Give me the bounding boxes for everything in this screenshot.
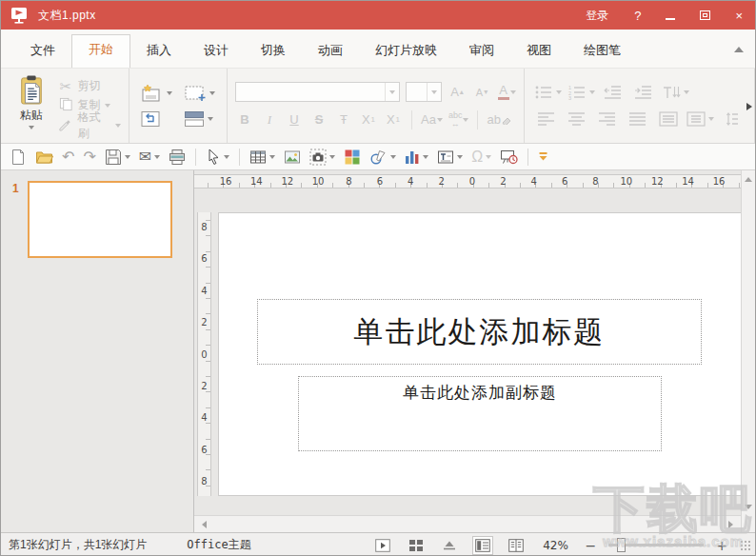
font-color-dropdown-icon[interactable] (510, 90, 516, 94)
close-button[interactable]: × (723, 1, 755, 30)
change-case-dropdown-icon[interactable] (437, 118, 443, 122)
underline-button[interactable]: U (285, 110, 304, 129)
scroll-left-icon[interactable] (202, 521, 207, 528)
superscript-button[interactable]: X1 (384, 110, 403, 129)
font-name-dropdown-icon[interactable] (389, 90, 395, 94)
tab-file[interactable]: 文件 (14, 35, 71, 68)
save-dropdown-icon[interactable] (125, 155, 130, 159)
new-document-button[interactable] (9, 146, 28, 169)
bullets-button[interactable] (534, 83, 562, 102)
tab-insert[interactable]: 插入 (130, 35, 188, 68)
bold-button[interactable]: B (235, 110, 254, 129)
insert-symbol-button[interactable]: Ω (470, 146, 492, 169)
collapse-ribbon-icon[interactable] (734, 47, 744, 52)
restore-button[interactable] (687, 1, 723, 30)
font-size-dropdown-icon[interactable] (431, 90, 437, 94)
help-button[interactable]: ? (622, 1, 653, 30)
line-spacing-dropdown-icon[interactable] (708, 117, 714, 121)
title-placeholder[interactable]: 单击此处添加标题 (257, 299, 702, 365)
character-spacing-button[interactable]: abc ↔ (448, 110, 469, 129)
shapes-button[interactable] (368, 146, 397, 169)
tab-slideshow[interactable]: 幻灯片放映 (359, 35, 453, 68)
strikethrough-button[interactable]: S (309, 110, 328, 129)
open-file-button[interactable] (34, 146, 54, 169)
text-direction-button[interactable] (662, 83, 689, 102)
font-size-combo[interactable] (406, 82, 442, 102)
zoom-slider[interactable] (608, 544, 704, 546)
scroll-up-icon[interactable] (745, 177, 752, 182)
new-slide-dropdown-icon[interactable] (167, 91, 172, 95)
text-direction-dropdown-icon[interactable] (684, 90, 689, 94)
tab-view[interactable]: 视图 (510, 35, 567, 68)
change-case-button[interactable]: Aa (421, 110, 443, 129)
insert-chart-dropdown-icon[interactable] (423, 155, 428, 159)
screenshot-button[interactable] (308, 146, 336, 169)
subscript-button[interactable]: X1 (359, 110, 378, 129)
minimize-button[interactable] (653, 1, 687, 30)
scroll-down-icon[interactable] (745, 505, 752, 509)
decrease-indent-button[interactable] (601, 83, 626, 102)
section-button[interactable] (184, 110, 215, 128)
shrink-font-button[interactable]: A ▾ (472, 83, 491, 102)
subtitle-placeholder[interactable]: 单击此处添加副标题 (298, 376, 662, 451)
align-center-button[interactable] (565, 109, 589, 129)
slideshow-play-button[interactable] (372, 536, 393, 555)
screenshot-dropdown-icon[interactable] (329, 155, 335, 159)
grow-font-button[interactable]: A ▴ (448, 83, 467, 102)
bullets-dropdown-icon[interactable] (556, 90, 562, 94)
insert-table-button[interactable] (249, 146, 276, 169)
slide-layout-dropdown-icon[interactable] (209, 91, 215, 95)
italic-button[interactable]: I (260, 110, 279, 129)
align-right-button[interactable] (595, 109, 620, 129)
character-strike-button[interactable]: Ŧ (334, 110, 353, 129)
photo-album-button[interactable] (343, 146, 362, 169)
text-box-dropdown-icon[interactable] (457, 155, 463, 159)
horizontal-scrollbar[interactable] (194, 515, 741, 532)
reset-slide-button[interactable] (141, 110, 172, 128)
character-spacing-dropdown-icon[interactable] (463, 118, 468, 122)
zoom-in-button[interactable]: + (716, 538, 727, 553)
cut-button[interactable]: ✂ 剪切 (58, 76, 121, 96)
justify-button[interactable] (626, 109, 650, 129)
scroll-right-icon[interactable] (728, 521, 733, 528)
format-painter-dropdown-icon[interactable] (115, 124, 121, 128)
align-left-button[interactable] (534, 109, 559, 129)
normal-view-button[interactable] (472, 536, 493, 555)
section-dropdown-icon[interactable] (208, 117, 213, 121)
slide-thumbnail[interactable] (28, 181, 172, 258)
tab-design[interactable]: 设计 (188, 35, 245, 68)
font-name-combo[interactable] (235, 82, 400, 102)
undo-button[interactable]: ↶ (61, 146, 75, 169)
print-button[interactable] (168, 146, 187, 169)
vertical-spacing-button[interactable] (720, 109, 745, 129)
slide-sorter-view-button[interactable] (406, 536, 427, 555)
insert-picture-button[interactable] (283, 146, 302, 169)
tab-animations[interactable]: 动画 (302, 35, 359, 68)
reading-view-button[interactable] (506, 536, 527, 555)
zoom-slider-thumb[interactable] (617, 538, 626, 552)
insert-chart-button[interactable] (404, 146, 429, 169)
tab-review[interactable]: 审阅 (453, 35, 510, 68)
slide-layout-button[interactable] (184, 85, 215, 102)
increase-indent-button[interactable] (631, 83, 656, 102)
window-resize-grip[interactable] (740, 540, 750, 550)
clear-format-button[interactable]: ab (487, 110, 510, 129)
tab-transitions[interactable]: 切换 (245, 35, 302, 68)
new-slide-button[interactable] (141, 85, 172, 102)
more-tools-button[interactable] (537, 146, 549, 169)
save-button[interactable] (104, 146, 131, 169)
distribute-text-button[interactable] (656, 109, 681, 129)
redo-button[interactable]: ↷ (82, 146, 96, 169)
numbering-dropdown-icon[interactable] (589, 90, 595, 94)
insert-symbol-dropdown-icon[interactable] (486, 155, 491, 159)
text-box-button[interactable] (436, 146, 464, 169)
select-dropdown-icon[interactable] (224, 155, 229, 159)
paste-button[interactable]: 粘贴 (7, 73, 56, 138)
tab-home[interactable]: 开始 (71, 34, 130, 68)
numbering-button[interactable]: 1 2 3 (567, 83, 595, 102)
insert-table-dropdown-icon[interactable] (269, 155, 275, 159)
login-button[interactable]: 登录 (572, 1, 622, 30)
slideshow-settings-button[interactable] (499, 146, 519, 169)
tab-drawing-pen[interactable]: 绘图笔 (567, 35, 637, 68)
format-painter-button[interactable]: 格式刷 (58, 115, 121, 135)
